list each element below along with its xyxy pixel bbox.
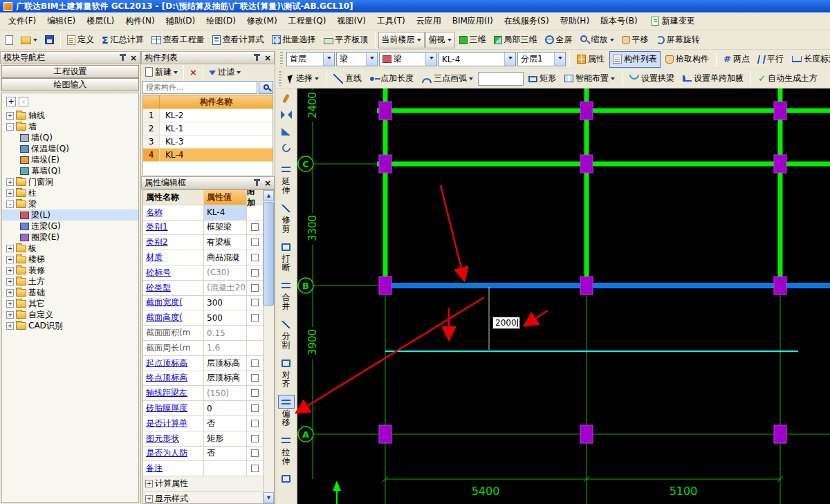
checkbox[interactable] bbox=[251, 223, 259, 231]
tool-break[interactable]: 打断 bbox=[278, 240, 295, 272]
expander-icon[interactable]: + bbox=[6, 112, 14, 120]
component-row-selected[interactable]: 4KL-4 bbox=[143, 149, 273, 162]
tool-trim[interactable]: 修剪 bbox=[278, 201, 295, 234]
expand-all-button[interactable]: + bbox=[6, 97, 16, 106]
property-button[interactable]: 属性 bbox=[573, 51, 608, 68]
open-file-button[interactable] bbox=[17, 32, 41, 48]
scroll-down-button[interactable]: ▼ bbox=[264, 492, 274, 503]
tree-item-tie-beam[interactable]: 连梁(G) bbox=[2, 221, 138, 232]
slope-icon[interactable] bbox=[277, 123, 295, 140]
checkbox[interactable] bbox=[251, 284, 259, 292]
rectangle-tool-button[interactable]: 矩形 bbox=[525, 71, 560, 87]
checkbox[interactable] bbox=[251, 420, 259, 427]
checkbox[interactable] bbox=[251, 254, 259, 261]
checkbox[interactable] bbox=[251, 314, 259, 321]
property-row-concrete-type[interactable]: 砼类型(混凝土20 bbox=[143, 281, 274, 296]
expander-icon[interactable]: - bbox=[6, 123, 14, 131]
menu-item-version[interactable]: 版本号(B) bbox=[595, 12, 643, 30]
tree-item-stairs[interactable]: +楼梯 bbox=[2, 254, 138, 265]
checkbox[interactable] bbox=[251, 389, 259, 397]
menu-item-edit[interactable]: 编辑(E) bbox=[42, 12, 81, 30]
property-row-civil-defense[interactable]: 是否为人防否 bbox=[143, 447, 274, 462]
property-row-brick-mold[interactable]: 砖胎膜厚度0 bbox=[143, 401, 274, 416]
tool-merge[interactable]: 合并 bbox=[278, 279, 295, 311]
format-brush-icon[interactable] bbox=[277, 90, 295, 106]
scroll-up-button[interactable]: ▲ bbox=[264, 190, 274, 201]
checkbox[interactable] bbox=[251, 299, 259, 306]
property-scrollbar[interactable]: ▲ ▼ bbox=[263, 190, 274, 503]
menu-item-draw[interactable]: 绘图(D) bbox=[201, 12, 241, 30]
type-combobox[interactable]: 梁 bbox=[379, 52, 437, 66]
tree-item-axis[interactable]: +轴线 bbox=[2, 110, 138, 121]
full-screen-button[interactable]: 全屏 bbox=[542, 32, 576, 48]
new-component-button[interactable]: 新建 bbox=[142, 65, 181, 79]
tree-item-column[interactable]: +柱 bbox=[2, 187, 138, 198]
menu-item-quantity[interactable]: 工程量(Q) bbox=[283, 12, 332, 30]
point-length-tool-button[interactable]: 点加长度 bbox=[367, 71, 417, 87]
tree-item-beam[interactable]: -梁 bbox=[2, 198, 138, 209]
dimension-input[interactable]: 2000 bbox=[492, 317, 520, 329]
tree-item-wall-pier[interactable]: 墙垛(E) bbox=[2, 154, 138, 165]
component-combobox[interactable]: KL-4 bbox=[439, 52, 516, 66]
component-row[interactable]: 1KL-2 bbox=[143, 109, 273, 122]
expander-icon[interactable]: + bbox=[6, 289, 14, 297]
three-d-button[interactable]: 三维 bbox=[456, 32, 490, 48]
current-floor-dropdown[interactable]: 当前楼层 bbox=[378, 32, 425, 48]
expander-icon[interactable]: + bbox=[6, 178, 14, 186]
checkbox[interactable] bbox=[251, 404, 259, 412]
component-list-button[interactable]: 构件列表 bbox=[609, 51, 661, 68]
menu-item-help[interactable]: 帮助(H) bbox=[555, 12, 595, 30]
beam-elements[interactable] bbox=[377, 88, 830, 288]
tool-split[interactable]: 分割 bbox=[278, 317, 295, 350]
expand-icon[interactable]: + bbox=[145, 495, 153, 503]
menu-item-cloud[interactable]: 云应用 bbox=[411, 12, 447, 30]
draw-input-button[interactable]: 绘图输入 bbox=[1, 78, 139, 91]
tree-item-foundation[interactable]: +基础 bbox=[2, 287, 138, 298]
menu-item-online-service[interactable]: 在线服务(S) bbox=[499, 12, 555, 30]
tree-item-slab[interactable]: +板 bbox=[2, 243, 138, 254]
flush-slab-top-button[interactable]: 平齐板顶 bbox=[320, 32, 372, 48]
close-icon[interactable]: × bbox=[264, 54, 271, 62]
property-row-section-width[interactable]: 截面宽度(300 bbox=[143, 296, 274, 311]
three-point-arc-button[interactable]: 三点画弧 bbox=[418, 71, 477, 87]
tree-item-earthwork[interactable]: +土方 bbox=[2, 276, 138, 287]
new-file-button[interactable] bbox=[2, 32, 17, 48]
tree-item-ring-beam[interactable]: 圈梁(E) bbox=[2, 232, 138, 243]
menu-item-view[interactable]: 视图(V) bbox=[331, 12, 371, 30]
property-group-calc[interactable]: +计算属性 bbox=[143, 476, 274, 492]
expander-icon[interactable]: + bbox=[6, 267, 14, 274]
offset-input[interactable] bbox=[478, 72, 524, 86]
property-row-material[interactable]: 材质商品混凝 bbox=[143, 250, 274, 265]
pin-icon[interactable] bbox=[256, 180, 258, 186]
search-input[interactable] bbox=[142, 81, 257, 94]
view-formula-button[interactable]: 查看计算式 bbox=[209, 32, 268, 48]
component-row[interactable]: 2KL-1 bbox=[143, 122, 273, 136]
view-quantity-button[interactable]: 查看工程量 bbox=[148, 32, 208, 48]
layer-combobox[interactable]: 分层1 bbox=[517, 52, 566, 66]
combo-arrow-button[interactable] bbox=[425, 53, 436, 66]
parallel-button[interactable]: 平行 bbox=[755, 51, 787, 68]
menu-item-auxiliary[interactable]: 辅助(D) bbox=[160, 12, 201, 30]
search-button[interactable] bbox=[259, 81, 273, 94]
floor-combobox[interactable]: 首层 bbox=[286, 52, 335, 66]
property-row-start-elevation[interactable]: 起点顶标高层顶标高 bbox=[143, 356, 274, 371]
checkbox[interactable] bbox=[251, 374, 259, 382]
filter-button[interactable]: 过滤 bbox=[206, 65, 243, 79]
combo-arrow-button[interactable] bbox=[554, 53, 565, 66]
property-row-axis-offset[interactable]: 轴线距梁左(150) bbox=[143, 386, 274, 401]
menu-item-floor[interactable]: 楼层(L) bbox=[81, 12, 120, 30]
rotate-tool-icon[interactable] bbox=[277, 140, 295, 156]
checkbox[interactable] bbox=[251, 435, 259, 442]
checkbox[interactable] bbox=[251, 239, 259, 246]
tree-item-door-window[interactable]: +门窗洞 bbox=[2, 176, 138, 187]
smart-layout-button[interactable]: 智能布置 bbox=[561, 71, 618, 87]
expander-icon[interactable]: + bbox=[6, 189, 14, 197]
category-combobox[interactable]: 梁 bbox=[336, 52, 378, 66]
collapse-all-button[interactable]: - bbox=[19, 97, 28, 106]
scroll-thumb[interactable] bbox=[264, 202, 274, 306]
menu-item-file[interactable]: 文件(F) bbox=[3, 12, 42, 30]
menu-item-tools[interactable]: 工具(T) bbox=[371, 12, 411, 30]
property-row-category1[interactable]: 类别1框架梁 bbox=[143, 221, 274, 236]
select-tool-button[interactable]: 选择 bbox=[285, 71, 322, 87]
tree-item-curtain-wall[interactable]: 幕墙(Q) bbox=[2, 165, 138, 176]
